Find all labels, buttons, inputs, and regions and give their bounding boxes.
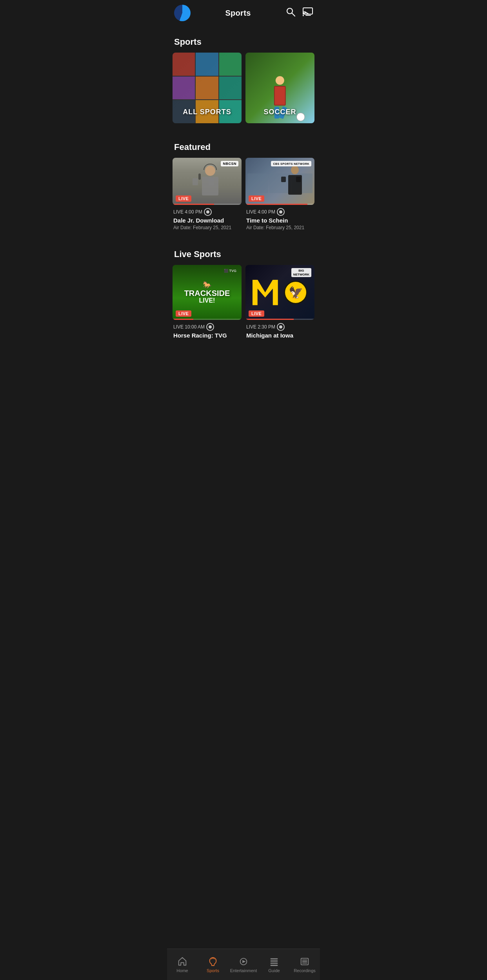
header: Sports <box>167 0 320 26</box>
svg-rect-9 <box>271 960 278 962</box>
dale-progress-bar <box>173 204 242 205</box>
sports-nav-label: Sports <box>207 968 219 973</box>
collage-cell-2 <box>196 53 218 76</box>
record-button-tvg[interactable] <box>206 323 214 331</box>
michigan-thumb: 🦅 BIGNETWORK LIVE <box>245 265 314 320</box>
dale-person <box>194 166 226 205</box>
tvg-live-time: LIVE 10:00 AM <box>173 323 241 331</box>
time-to-schein-card[interactable]: CBS SPORTS NETWORK LIVE LIVE 4:00 PM Tim <box>245 158 314 230</box>
schein-thumb: CBS SPORTS NETWORK LIVE <box>245 158 314 205</box>
tvg-progress-bar <box>173 319 242 320</box>
all-sports-card[interactable]: ALL SPORTS <box>173 53 242 123</box>
schein-card-meta: LIVE 4:00 PM Time to Schein Air Date: Fe… <box>245 208 314 230</box>
dale-title: Dale Jr. Download <box>173 217 241 224</box>
sports-section-title: Sports <box>167 37 320 47</box>
schein-live-badge: LIVE <box>249 195 264 202</box>
michigan-progress-fill <box>245 319 294 320</box>
iowa-logo: 🦅 <box>284 281 307 304</box>
record-button-schein[interactable] <box>277 208 285 216</box>
dale-time-text: LIVE 4:00 PM <box>173 209 202 215</box>
horse-racing-tvg-card[interactable]: ⬛ TVG 🐎 TRACKSIDE LIVE! LIVE LIVE 10:00 … <box>173 265 242 340</box>
schein-progress-fill <box>245 204 307 205</box>
entertainment-icon <box>238 956 249 967</box>
live-sports-section: Live Sports ⬛ TVG 🐎 TRACKSIDE LIVE! LIVE <box>167 242 320 344</box>
featured-section-title: Featured <box>167 142 320 152</box>
entertainment-label: Entertainment <box>230 968 257 973</box>
trackside-title: TRACKSIDE <box>184 289 230 297</box>
tvg-thumb: ⬛ TVG 🐎 TRACKSIDE LIVE! LIVE <box>173 265 242 320</box>
nav-item-home[interactable]: Home <box>167 949 198 980</box>
cbs-badge: CBS SPORTS NETWORK <box>271 161 311 166</box>
record-button-michigan[interactable] <box>277 323 285 331</box>
dale-date: Air Date: February 25, 2021 <box>173 225 241 230</box>
michigan-m-logo <box>253 280 278 305</box>
tvg-title: Horse Racing: TVG <box>173 332 241 339</box>
schein-progress-bar <box>245 204 314 205</box>
main-content: Sports ALL SPOR <box>167 26 320 379</box>
svg-rect-13 <box>302 960 307 960</box>
svg-line-1 <box>292 13 295 16</box>
svg-rect-8 <box>271 958 278 959</box>
search-icon[interactable] <box>285 7 296 19</box>
sp-arms <box>281 177 301 182</box>
svg-rect-15 <box>302 962 307 963</box>
nav-item-recordings[interactable]: Recordings <box>289 949 320 980</box>
michigan-live-time: LIVE 2:30 PM <box>246 323 314 331</box>
app-logo[interactable] <box>174 5 191 21</box>
mic-icon <box>198 173 201 180</box>
nav-item-sports[interactable]: Sports <box>198 949 228 980</box>
live-sports-row: ⬛ TVG 🐎 TRACKSIDE LIVE! LIVE LIVE 10:00 … <box>167 265 320 340</box>
page-title: Sports <box>225 9 251 18</box>
trackside-live-text: LIVE! <box>199 297 215 304</box>
header-actions <box>285 7 313 19</box>
schein-date: Air Date: February 25, 2021 <box>246 225 314 230</box>
schein-title: Time to Schein <box>246 217 314 224</box>
tvg-network-badge: ⬛ TVG <box>222 268 238 274</box>
dale-live-badge: LIVE <box>176 195 191 202</box>
sp-arm-right <box>296 177 301 182</box>
tvg-card-meta: LIVE 10:00 AM Horse Racing: TVG <box>173 323 242 339</box>
dale-jr-download-card[interactable]: NBCSN LIVE LIVE 4:00 PM Dale Jr. Downloa <box>173 158 242 230</box>
svg-rect-11 <box>271 965 278 966</box>
tvg-progress-fill <box>173 319 193 320</box>
sports-section: Sports ALL SPOR <box>167 30 320 127</box>
sp-arm-left <box>281 177 286 182</box>
dale-jr-thumb: NBCSN LIVE <box>173 158 242 205</box>
guide-icon <box>269 956 279 967</box>
michigan-time-text: LIVE 2:30 PM <box>246 324 275 330</box>
recordings-icon <box>300 956 310 967</box>
guide-label: Guide <box>268 968 280 973</box>
dale-card-meta: LIVE 4:00 PM Dale Jr. Download Air Date:… <box>173 208 242 230</box>
schein-time-text: LIVE 4:00 PM <box>246 209 275 215</box>
soccer-card[interactable]: SOCCER <box>245 53 314 123</box>
player-body <box>274 86 286 106</box>
svg-rect-10 <box>271 962 278 964</box>
player-head <box>276 76 284 85</box>
nav-item-guide[interactable]: Guide <box>259 949 289 980</box>
sp-body <box>288 175 302 195</box>
tvg-live-badge: LIVE <box>176 310 191 317</box>
horse-icon: 🐎 <box>203 281 211 289</box>
svg-marker-7 <box>242 960 245 963</box>
schein-live-time: LIVE 4:00 PM <box>246 208 314 216</box>
bottom-nav: Home Sports Entertainment Guide <box>167 949 320 980</box>
dp-arm-left <box>193 178 198 185</box>
dale-live-time: LIVE 4:00 PM <box>173 208 241 216</box>
soccer-label: SOCCER <box>245 108 314 116</box>
michigan-iowa-card[interactable]: 🦅 BIGNETWORK LIVE LIVE 2:30 PM <box>245 265 314 340</box>
record-button-dale[interactable] <box>204 208 212 216</box>
dp-body <box>202 177 218 195</box>
record-dot <box>206 210 209 214</box>
cast-icon[interactable] <box>303 7 313 18</box>
michigan-progress-bar <box>245 319 314 320</box>
featured-section: Featured <box>167 135 320 234</box>
sports-icon <box>208 956 218 967</box>
collage-cell-6 <box>219 77 242 100</box>
sports-grid: ALL SPORTS <box>167 53 320 123</box>
record-dot-2 <box>279 210 282 214</box>
record-dot-3 <box>209 325 212 328</box>
all-sports-label: ALL SPORTS <box>173 108 242 116</box>
nav-item-entertainment[interactable]: Entertainment <box>228 949 259 980</box>
collage-cell-4 <box>173 77 195 100</box>
record-dot-4 <box>279 325 282 328</box>
